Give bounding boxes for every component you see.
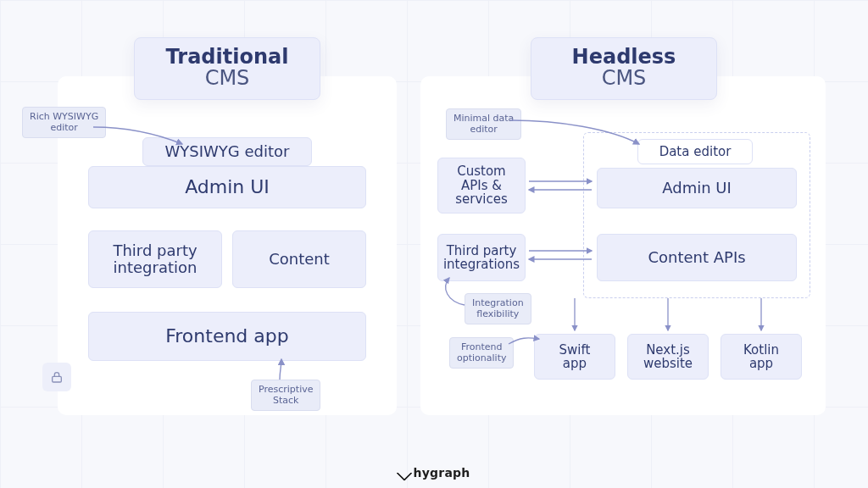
- tag-prescriptive-stack: Prescriptive Stack: [251, 380, 320, 411]
- box-content-left: Content: [232, 230, 366, 288]
- box-third-party-right: Third party integrations: [437, 234, 526, 281]
- tag-frontend-optionality: Frontend optionality: [449, 337, 514, 369]
- box-admin-ui-right: Admin UI: [597, 168, 797, 208]
- title-traditional-bottom: CMS: [143, 68, 311, 89]
- svg-rect-0: [53, 376, 62, 382]
- box-data-editor: Data editor: [637, 139, 753, 164]
- title-headless-top: Headless: [540, 47, 708, 68]
- tag-rich-wysiwyg: Rich WYSIWYG editor: [22, 107, 106, 138]
- box-content-apis: Content APIs: [597, 234, 797, 281]
- title-headless-bottom: CMS: [540, 68, 708, 89]
- box-kotlin-app: Kotlin app: [721, 334, 802, 380]
- brand-text: hygraph: [414, 466, 470, 480]
- box-custom-apis: Custom APIs & services: [437, 158, 526, 214]
- tag-minimal-data-editor: Minimal data editor: [446, 108, 521, 140]
- brand-mark-icon: [396, 464, 413, 481]
- box-third-party-left: Third party integration: [88, 230, 222, 288]
- tag-integration-flexibility: Integration flexibility: [465, 293, 531, 324]
- box-nextjs-website: Next.js website: [627, 334, 709, 380]
- brand-logo: hygraph: [0, 466, 868, 480]
- box-swift-app: Swift app: [534, 334, 615, 380]
- title-headless: Headless CMS: [531, 37, 717, 100]
- box-frontend-app: Frontend app: [88, 312, 366, 361]
- lock-icon: [42, 363, 71, 391]
- title-traditional-top: Traditional: [143, 47, 311, 68]
- box-wysiwyg-editor: WYSIWYG editor: [142, 137, 312, 166]
- box-admin-ui-left: Admin UI: [88, 166, 366, 208]
- title-traditional: Traditional CMS: [134, 37, 320, 100]
